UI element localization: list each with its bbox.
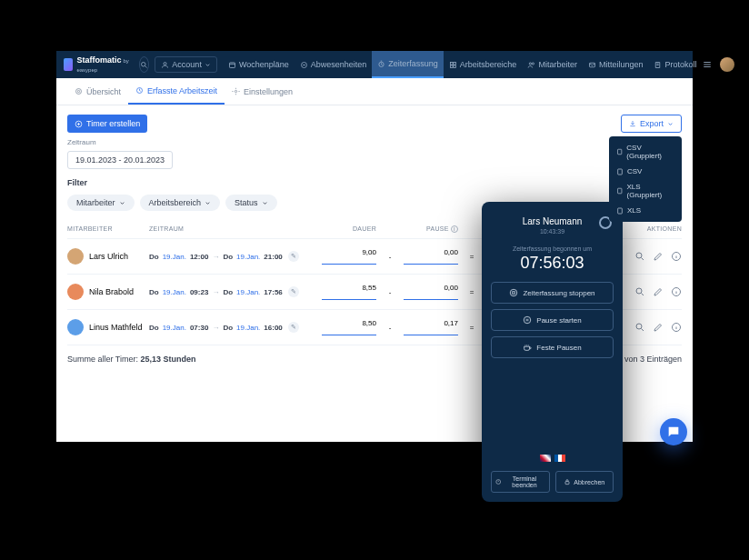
search-button[interactable] [139,56,149,73]
edit-icon[interactable] [653,286,664,297]
employee-name: Lars Ulrich [89,252,128,261]
export-item[interactable]: CSV (Gruppiert) [609,140,682,164]
nav-label: Mitteilungen [599,60,644,69]
toolbar: Timer erstellen Export CSV (Gruppiert)CS… [56,105,693,133]
svg-point-16 [533,62,534,64]
day2: Do [223,288,233,296]
edit-icon[interactable]: ✎ [288,286,299,297]
subtab-label: Erfasste Arbeitszeit [147,86,217,95]
svg-rect-11 [450,62,453,65]
subtab-label: Einstellungen [244,87,293,96]
duration-value: 9,00 [322,248,376,265]
stop-timer-button[interactable]: Zeiterfassung stoppen [491,282,614,304]
employee-avatar [67,248,84,265]
svg-rect-14 [454,65,456,67]
export-menu: CSV (Gruppiert)CSVXLS (Gruppiert)XLS [609,136,682,222]
file-icon [616,168,624,175]
chip-label: Status [235,198,258,207]
pause-timer-button[interactable]: Pause starten [491,309,614,331]
export-button[interactable]: Export [621,115,682,133]
nav-label: Mitarbeiter [538,60,577,69]
chat-icon [666,425,681,439]
svg-rect-31 [618,169,623,175]
fixed-label: Feste Pausen [536,344,581,352]
period-label: Zeitraum [67,138,682,146]
info-icon[interactable] [671,251,682,262]
timer-elapsed: 07:56:03 [520,254,584,273]
create-timer-label: Timer erstellen [86,119,140,128]
subtab-0[interactable]: Übersicht [67,78,128,105]
export-label: Export [640,119,664,128]
filter-chip[interactable]: Mitarbeiter [67,195,135,211]
filter-chip[interactable]: Arbeitsbereich [140,195,221,211]
subtab-2[interactable]: Einstellungen [225,78,300,105]
cancel-button[interactable]: Abbrechen [555,471,614,493]
time2: 16:00 [264,324,282,332]
logo-icon [64,58,73,71]
edit-icon[interactable] [653,251,664,262]
view-icon[interactable] [634,322,645,333]
fixed-pauses-button[interactable]: Feste Pausen [491,336,614,358]
arrow-icon: → [212,324,219,332]
nav-mitteilungen[interactable]: Mitteilungen [583,51,649,78]
filter-label: Filter [67,178,682,187]
language-flags [540,455,565,462]
svg-line-9 [382,64,383,65]
chevron-down-icon [262,200,268,206]
file-icon [616,207,624,215]
export-item-label: CSV (Gruppiert) [626,144,674,160]
svg-rect-13 [450,65,453,67]
date2: 19.Jan. [236,324,260,332]
chevron-down-icon [667,121,674,127]
menu-icon[interactable] [702,60,713,69]
day1: Do [149,324,159,332]
pause-value: 0,00 [404,284,458,300]
user-avatar[interactable] [720,57,734,72]
subtab-1[interactable]: Erfasste Arbeitszeit [128,78,225,105]
nav-arbeitsbereiche[interactable]: Arbeitsbereiche [444,51,523,78]
svg-point-2 [164,62,166,65]
svg-point-51 [524,316,532,324]
nav-wochenpläne[interactable]: Wochenpläne [223,51,295,78]
duration-value: 8,55 [322,284,376,300]
flag-fr[interactable] [554,455,565,462]
view-icon[interactable] [634,251,645,262]
view-icon[interactable] [634,286,645,297]
export-item[interactable]: XLS (Gruppiert) [609,179,682,203]
flag-uk[interactable] [540,455,551,462]
time2: 17:56 [264,288,282,296]
pause-value: 0,17 [404,319,458,335]
info-icon[interactable]: i [451,225,458,233]
edit-icon[interactable] [653,322,664,333]
export-item[interactable]: CSV [609,164,682,179]
svg-point-24 [76,89,82,95]
search-icon [140,61,148,69]
terminate-button[interactable]: Terminal beenden [491,471,550,493]
date-range-input[interactable]: 19.01.2023 - 20.01.2023 [67,151,173,169]
export-item[interactable]: XLS [609,203,682,218]
timer-panel: Lars Neumann 10:43:39 Zeiterfassung bego… [482,202,623,502]
info-icon[interactable] [671,322,682,333]
employee-avatar [67,284,84,300]
day2: Do [223,253,233,261]
edit-icon[interactable]: ✎ [288,251,299,262]
create-timer-button[interactable]: Timer erstellen [67,115,147,133]
svg-point-23 [77,90,79,92]
svg-rect-12 [454,62,456,65]
chat-fab[interactable] [660,418,687,445]
nav-icon [228,61,236,69]
nav-abwesenheiten[interactable]: Abwesenheiten [295,51,373,78]
nav-right [702,57,734,72]
svg-line-40 [642,294,644,296]
nav-protokoll[interactable]: Protokoll [648,51,702,78]
account-button[interactable]: Account [155,56,217,73]
edit-icon[interactable]: ✎ [288,322,299,333]
nav-mitarbeiter[interactable]: Mitarbeiter [522,51,583,78]
sub-tabs: ÜbersichtErfasste ArbeitszeitEinstellung… [56,78,693,105]
info-icon[interactable] [671,286,682,297]
svg-line-1 [145,65,147,67]
svg-rect-32 [618,188,622,194]
nav-zeiterfassung[interactable]: Zeiterfassung [372,51,444,78]
filter-chip[interactable]: Status [225,195,277,211]
cancel-label: Abbrechen [574,479,604,485]
